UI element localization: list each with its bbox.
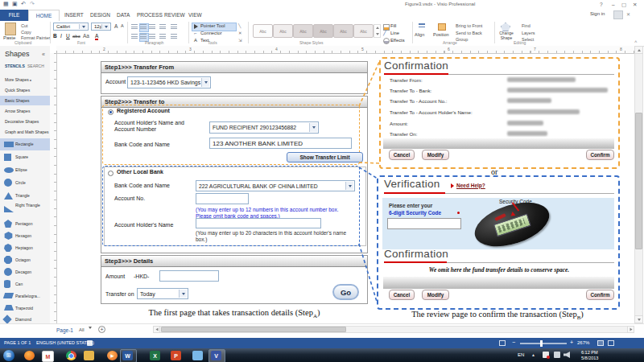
- tray-action-center-icon[interactable]: [543, 352, 549, 358]
- help-button[interactable]: ?: [600, 2, 603, 7]
- tab-data[interactable]: DATA: [117, 10, 130, 21]
- underline-button[interactable]: U: [66, 33, 70, 39]
- other-local-bank-radio[interactable]: [108, 171, 114, 176]
- rotate-text-icon[interactable]: [159, 34, 166, 39]
- other-holder-name-input[interactable]: [196, 218, 321, 228]
- horizontal-scroll-thumb[interactable]: [161, 327, 346, 332]
- signin-close-icon[interactable]: ✕: [626, 11, 630, 17]
- collapse-panel-icon[interactable]: «: [42, 51, 45, 57]
- shape-trapezoid[interactable]: Trapezoid: [0, 302, 50, 315]
- save-icon[interactable]: ▣: [12, 1, 18, 7]
- go-button[interactable]: Go: [332, 284, 359, 300]
- copy-button[interactable]: Copy: [21, 30, 31, 35]
- page-status[interactable]: PAGE 1 OF 1: [4, 340, 31, 345]
- delete-tool-icon[interactable]: ✕: [238, 31, 242, 35]
- all-pages-dropdown[interactable]: All: [79, 327, 85, 332]
- taskbar-firefox-icon[interactable]: [24, 351, 35, 360]
- redo-icon[interactable]: ↷: [30, 1, 35, 7]
- close-button[interactable]: ✕: [633, 2, 637, 8]
- grow-font-button[interactable]: A: [114, 23, 118, 29]
- scroll-right-button[interactable]: [627, 326, 634, 333]
- bring-to-front-button[interactable]: Bring to Front: [456, 23, 482, 28]
- align-bottom-icon[interactable]: [149, 34, 155, 39]
- shape-pentagon[interactable]: Pentagon: [0, 218, 50, 230]
- style-swatch[interactable]: Abc: [313, 24, 333, 38]
- style-swatch[interactable]: Abc: [273, 24, 293, 38]
- amount-input[interactable]: [159, 270, 219, 282]
- tab-stencils[interactable]: STENCILS: [5, 64, 25, 68]
- indent-icon[interactable]: [171, 34, 177, 39]
- holder-name-number-dropdown[interactable]: FUND RECIPIENT 290123456882: [209, 121, 319, 134]
- shape-right-triangle[interactable]: Right Triangle: [0, 201, 50, 217]
- need-help-link[interactable]: Need Help?: [456, 183, 485, 188]
- send-to-back-button[interactable]: Send to Back: [456, 31, 482, 35]
- taskbar-gmail-icon[interactable]: M: [42, 351, 54, 362]
- restore-button[interactable]: ▢: [621, 2, 626, 8]
- shape-hexagon[interactable]: Hexagon: [0, 230, 50, 242]
- group-button[interactable]: Group: [456, 37, 468, 42]
- style-swatch[interactable]: Abc: [293, 24, 313, 38]
- language-status[interactable]: ENGLISH (UNITED STATES): [36, 340, 94, 345]
- taskbar-chrome-icon[interactable]: [66, 351, 76, 360]
- pointer-tool-button[interactable]: Pointer Tool: [200, 23, 225, 28]
- font-size-combo[interactable]: 12pt.: [91, 23, 111, 31]
- other-bank-code-dropdown[interactable]: 222 AGRICULTURAL BANK OF CHINA LIMITED: [196, 180, 355, 191]
- vertical-scroll-thumb[interactable]: [635, 113, 642, 249]
- start-button[interactable]: ⊞: [3, 350, 14, 361]
- shrink-font-button[interactable]: A: [121, 23, 124, 28]
- align-left-icon[interactable]: [131, 24, 138, 30]
- stencil-graph-math-shapes[interactable]: Graph and Math Shapes: [0, 127, 50, 137]
- zoom-percent[interactable]: 267%: [577, 340, 589, 345]
- font-color-button[interactable]: A: [95, 33, 98, 40]
- zoom-slider-thumb[interactable]: [540, 340, 543, 347]
- security-code-input[interactable]: [387, 218, 461, 229]
- dropdown-arrow-icon[interactable]: [179, 290, 187, 298]
- account-no-input[interactable]: [196, 193, 249, 204]
- tray-language[interactable]: EN: [518, 352, 524, 357]
- spellcheck-icon[interactable]: [87, 340, 93, 346]
- scroll-left-button[interactable]: [153, 326, 160, 333]
- dropdown-arrow-icon[interactable]: [79, 24, 87, 29]
- modify-button[interactable]: Modify: [422, 290, 449, 300]
- style-swatch[interactable]: Abc: [333, 24, 353, 38]
- account-dropdown[interactable]: 123-1-123456 HKD Savings: [127, 76, 211, 88]
- gallery-scroll[interactable]: [374, 24, 381, 38]
- tray-network-icon[interactable]: [554, 352, 560, 358]
- taskbar-powerpoint-icon[interactable]: P: [171, 351, 181, 360]
- avatar[interactable]: [613, 10, 623, 19]
- page-tab[interactable]: Page-1: [56, 327, 73, 333]
- shape-ellipse[interactable]: Ellipse: [0, 164, 50, 176]
- dropdown-arrow-icon[interactable]: [345, 182, 353, 190]
- modify-button[interactable]: Modify: [422, 150, 449, 160]
- taskbar-media-player-icon[interactable]: ▶: [107, 351, 118, 360]
- tab-view[interactable]: VIEW: [188, 10, 202, 21]
- italic-button[interactable]: I: [60, 33, 62, 39]
- dropdown-arrow-icon[interactable]: [201, 78, 209, 87]
- bullets-icon[interactable]: [159, 24, 166, 30]
- full-screen-button[interactable]: [608, 340, 614, 346]
- shape-parallelogram[interactable]: Parallelogra...: [0, 290, 50, 302]
- position-button[interactable]: Position: [433, 32, 449, 37]
- align-button[interactable]: Align: [415, 32, 424, 37]
- cut-button[interactable]: Cut: [21, 23, 28, 28]
- line-spacing-icon[interactable]: [171, 24, 177, 30]
- style-swatch[interactable]: Abc: [253, 24, 273, 38]
- shape-heptagon[interactable]: Heptagon: [0, 242, 50, 254]
- tab-file[interactable]: FILE: [0, 10, 28, 21]
- more-shapes-item[interactable]: More Shapes ▸: [0, 75, 50, 84]
- align-right-icon[interactable]: [149, 24, 155, 30]
- stencil-decorative-shapes[interactable]: Decorative Shapes: [0, 117, 50, 126]
- taskbar-filezilla-icon[interactable]: [84, 351, 94, 360]
- tab-search[interactable]: SEARCH: [27, 64, 44, 68]
- shape-circle[interactable]: Circle: [0, 177, 50, 189]
- tray-expand-icon[interactable]: ▲: [531, 352, 535, 357]
- stencil-quick-shapes[interactable]: Quick Shapes: [0, 85, 50, 95]
- line-button[interactable]: Line: [390, 31, 399, 35]
- stencil-basic-shapes[interactable]: Basic Shapes: [0, 96, 50, 105]
- cancel-button[interactable]: Cancel: [389, 290, 415, 300]
- bold-button[interactable]: B: [53, 33, 57, 39]
- dropdown-arrow-icon[interactable]: [101, 24, 109, 29]
- tab-process[interactable]: PROCESS: [137, 10, 163, 21]
- registered-account-radio[interactable]: [108, 109, 114, 115]
- shape-square[interactable]: Square: [0, 151, 50, 163]
